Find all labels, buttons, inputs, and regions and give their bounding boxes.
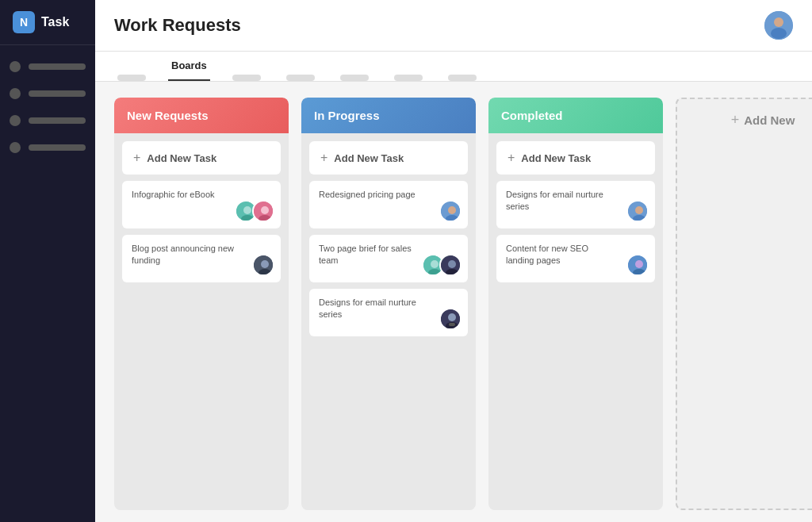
sidebar-nav	[0, 45, 95, 169]
svg-rect-24	[449, 323, 455, 326]
task-card-c-1[interactable]: Designs for email nurture series	[496, 181, 655, 228]
sidebar-item-2[interactable]	[10, 85, 86, 102]
add-new-label: + Add New	[731, 112, 795, 129]
sidebar-dot-1	[10, 61, 21, 72]
avatar-blue-2	[626, 200, 649, 222]
task-text-ip-3: Designs for email nurture series	[319, 297, 430, 321]
task-card-ip-1[interactable]: Redesigned pricing page	[309, 181, 468, 228]
column-body-new-requests: + Add New Task Infographic for eBook	[114, 133, 289, 510]
page-header: Work Requests	[95, 0, 812, 52]
task-text-ip-2: Two page brief for sales team	[319, 243, 430, 267]
task-card-ip-2[interactable]: Two page brief for sales team	[309, 235, 468, 282]
avatar-beard-1	[439, 308, 462, 330]
task-card-nr-1[interactable]: Infographic for eBook	[122, 181, 281, 228]
svg-point-4	[243, 206, 251, 214]
avatar-blue-3	[626, 254, 649, 276]
sidebar-line-2	[29, 90, 86, 97]
task-avatars-c-2	[626, 254, 649, 276]
task-avatars-ip-2	[422, 254, 462, 276]
user-avatar[interactable]	[764, 11, 793, 40]
add-new-column[interactable]: + Add New	[676, 98, 812, 510]
task-text-c-1: Designs for email nurture series	[506, 189, 617, 213]
tab-bar: Boards	[95, 52, 812, 82]
svg-point-29	[635, 260, 643, 268]
task-card-nr-2[interactable]: Blog post announcing new funding	[122, 235, 281, 282]
column-completed: Completed + Add New Task Designs for ema…	[488, 98, 663, 510]
page-title: Work Requests	[114, 15, 241, 36]
tab-pill-1	[117, 75, 146, 81]
task-avatars-ip-3	[439, 308, 462, 330]
column-body-completed: + Add New Task Designs for email nurture…	[488, 133, 663, 510]
tab-pill-5	[394, 75, 423, 81]
task-avatars-c-1	[626, 200, 649, 222]
sidebar-item-4[interactable]	[10, 139, 86, 156]
sidebar-dot-2	[10, 88, 21, 99]
plus-icon-1: +	[133, 151, 140, 165]
column-header-in-progress: In Progress	[301, 98, 476, 133]
sidebar-line-4	[29, 144, 86, 151]
avatar-pink-1	[252, 200, 274, 222]
tab-pill-3	[286, 75, 315, 81]
sidebar-dot-3	[10, 115, 21, 126]
plus-icon-2: +	[320, 151, 327, 165]
tab-boards[interactable]: Boards	[168, 52, 210, 81]
svg-point-26	[635, 206, 643, 214]
add-task-button-in-progress[interactable]: + Add New Task	[309, 141, 468, 175]
sidebar-line-1	[29, 63, 86, 70]
sidebar-line-3	[29, 117, 86, 124]
svg-point-2	[771, 28, 787, 39]
logo-icon: N	[13, 11, 35, 33]
task-text-nr-2: Blog post announcing new funding	[132, 243, 243, 267]
logo-name: Task	[41, 15, 69, 29]
sidebar-dot-4	[10, 142, 21, 153]
column-body-in-progress: + Add New Task Redesigned pricing page T…	[301, 133, 476, 510]
task-card-ip-3[interactable]: Designs for email nurture series	[309, 289, 468, 336]
task-card-c-2[interactable]: Content for new SEO landing pages	[496, 235, 655, 282]
avatar-dark-2	[439, 254, 462, 276]
task-avatars-nr-2	[252, 254, 274, 276]
add-new-plus-icon: +	[731, 112, 740, 129]
task-avatars-nr-1	[235, 200, 274, 222]
svg-point-16	[431, 260, 439, 268]
svg-point-19	[448, 260, 456, 268]
add-task-button-new-requests[interactable]: + Add New Task	[122, 141, 281, 175]
svg-point-22	[448, 313, 456, 321]
tab-pill-6	[448, 75, 477, 81]
svg-point-13	[448, 206, 456, 214]
sidebar: N Task	[0, 0, 95, 522]
column-in-progress: In Progress + Add New Task Redesigned pr…	[301, 98, 476, 510]
tab-pill-2	[232, 75, 261, 81]
sidebar-item-3[interactable]	[10, 112, 86, 129]
column-header-completed: Completed	[488, 98, 663, 133]
main-content: Work Requests Boards New Requests +	[95, 0, 812, 522]
task-text-c-2: Content for new SEO landing pages	[506, 243, 617, 267]
board-area: New Requests + Add New Task Infographic …	[95, 82, 812, 522]
column-new-requests: New Requests + Add New Task Infographic …	[114, 98, 289, 510]
logo[interactable]: N Task	[0, 0, 95, 45]
add-task-button-completed[interactable]: + Add New Task	[496, 141, 655, 175]
avatar-blue-1	[439, 200, 462, 222]
svg-point-1	[774, 17, 783, 27]
plus-icon-3: +	[508, 151, 515, 165]
column-header-new-requests: New Requests	[114, 98, 289, 133]
task-text-ip-1: Redesigned pricing page	[319, 189, 430, 201]
task-avatars-ip-1	[439, 200, 462, 222]
svg-point-7	[261, 206, 269, 214]
avatar-dark-1	[252, 254, 274, 276]
task-text-nr-1: Infographic for eBook	[132, 189, 243, 201]
sidebar-item-1[interactable]	[10, 58, 86, 75]
svg-point-10	[261, 260, 269, 268]
tab-pill-4	[340, 75, 369, 81]
